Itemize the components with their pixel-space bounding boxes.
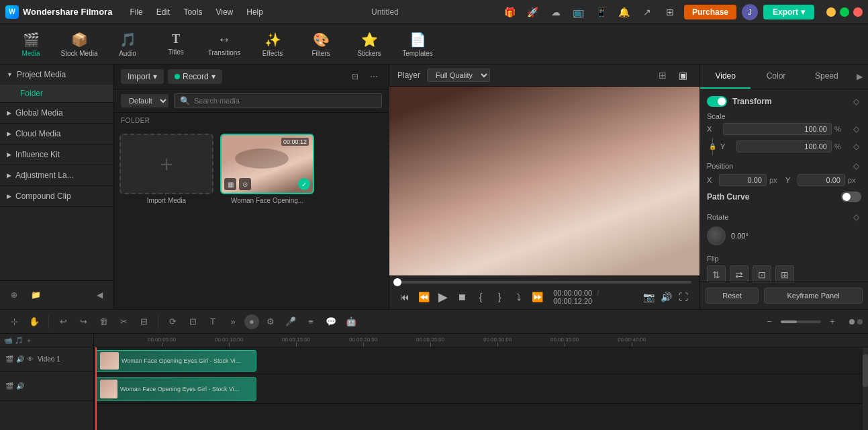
audio-icon[interactable]: 🔊 — [658, 289, 674, 305]
rotate-knob[interactable] — [707, 226, 726, 245]
keyframe-panel-button[interactable]: Keyframe Panel — [764, 288, 863, 304]
step-forward-icon[interactable]: ⏩ — [530, 289, 545, 305]
global-media-header[interactable]: ▶ Global Media — [0, 103, 113, 123]
vertical-scrollbar[interactable] — [863, 347, 868, 430]
folder-add-icon[interactable]: 📁 — [27, 286, 44, 304]
transform-keyframe-icon[interactable]: ◇ — [851, 96, 861, 107]
flip-vertical-icon[interactable]: ⇄ — [730, 265, 749, 282]
y-pos-input[interactable] — [798, 174, 845, 186]
play-icon[interactable]: ▶ — [436, 289, 450, 305]
screen-icon[interactable]: 📺 — [570, 3, 587, 21]
position-keyframe-icon[interactable]: ◇ — [851, 161, 861, 171]
tool-filters[interactable]: 🎨 Filters — [298, 27, 344, 62]
user-avatar[interactable]: J — [742, 4, 758, 20]
y-scale-input[interactable] — [736, 140, 832, 153]
mark-out-icon[interactable]: } — [492, 289, 507, 305]
filter-icon[interactable]: ⊟ — [347, 69, 363, 85]
cloud-icon[interactable]: ☁ — [547, 3, 565, 21]
tl-redo-icon[interactable]: ↪ — [75, 313, 92, 331]
tl-split-icon[interactable]: ⊟ — [135, 313, 152, 331]
purchase-button[interactable]: Purchase — [684, 5, 736, 19]
menu-file[interactable]: File — [124, 5, 148, 19]
mark-in-icon[interactable]: { — [473, 289, 488, 305]
tool-audio[interactable]: 🎵 Audio — [105, 27, 150, 62]
skip-back-icon[interactable]: ⏮ — [397, 289, 412, 305]
cloud-media-header[interactable]: ▶ Cloud Media — [0, 124, 113, 144]
tl-text-icon[interactable]: T — [204, 313, 222, 331]
export-button[interactable]: Export ▾ — [763, 5, 814, 19]
full-view-icon[interactable]: ▣ — [675, 69, 691, 82]
add-panel-icon[interactable]: ⊕ — [5, 286, 23, 304]
import-media-thumb[interactable]: ＋ Import Media — [119, 134, 213, 304]
tl-cut-icon[interactable]: ✂ — [115, 313, 132, 331]
more-options-icon[interactable]: ⋯ — [366, 69, 382, 85]
snapshot-icon[interactable]: 📷 — [640, 289, 657, 305]
menu-edit[interactable]: Edit — [151, 5, 176, 19]
sort-select[interactable]: Default — [121, 94, 168, 108]
search-input[interactable] — [194, 97, 376, 105]
flip-option4-icon[interactable]: ⊞ — [775, 265, 794, 282]
tl-audio-icon[interactable]: 🎤 — [282, 313, 299, 331]
x-scale-keyframe-icon[interactable]: ◇ — [851, 124, 861, 134]
rotate-keyframe-icon[interactable]: ◇ — [851, 212, 861, 222]
zoom-in-icon[interactable]: + — [824, 313, 841, 331]
tabs-arrow-icon[interactable]: ▶ — [852, 64, 868, 89]
tl-subtitle-icon[interactable]: 💬 — [322, 313, 340, 331]
clip-2[interactable]: Woman Face Opening Eyes Girl - Stock Vi.… — [95, 377, 256, 401]
tab-speed[interactable]: Speed — [802, 64, 852, 89]
video-clip-thumb[interactable]: 00:00:12 ▦ ⊙ ✓ Woman Face Opening... — [220, 134, 314, 304]
add-track-icon[interactable]: 📹 — [4, 337, 12, 344]
tab-video[interactable]: Video — [700, 64, 751, 89]
step-back-icon[interactable]: ⏪ — [416, 289, 431, 305]
tl-speed-icon[interactable]: ⟳ — [164, 313, 181, 331]
share-icon[interactable]: ↗ — [638, 3, 656, 21]
flip-horizontal-icon[interactable]: ⇅ — [707, 265, 726, 282]
menu-view[interactable]: View — [210, 5, 238, 19]
zoom-dot2[interactable] — [857, 319, 863, 325]
progress-bar[interactable] — [397, 281, 691, 284]
add-audio-icon[interactable]: 🎵 — [15, 337, 23, 344]
tl-delete-icon[interactable]: 🗑 — [95, 313, 112, 331]
x-scale-input[interactable] — [723, 123, 832, 135]
y-scale-keyframe-icon[interactable]: ◇ — [851, 141, 861, 152]
tab-color[interactable]: Color — [751, 64, 801, 89]
stop-icon[interactable]: ⏹ — [454, 289, 469, 305]
tl-auto-icon[interactable]: ≡ — [302, 313, 320, 331]
project-media-header[interactable]: ▼ Project Media — [0, 64, 113, 85]
grid-icon[interactable]: ⊞ — [661, 3, 679, 21]
menu-tools[interactable]: Tools — [178, 5, 207, 19]
tl-snap-icon[interactable]: ● — [244, 314, 259, 329]
tl-hand-icon[interactable]: ✋ — [26, 313, 43, 331]
close-button[interactable]: ✕ — [853, 7, 863, 17]
notification-icon[interactable]: 🔔 — [616, 3, 633, 21]
tool-stickers[interactable]: ⭐ Stickers — [346, 27, 392, 62]
phone-icon[interactable]: 📱 — [593, 3, 610, 21]
zoom-slider[interactable] — [781, 320, 821, 323]
flip-option3-icon[interactable]: ⊡ — [753, 265, 771, 282]
track-eye-icon[interactable]: 👁 — [27, 355, 34, 363]
tl-crop-icon[interactable]: ⊡ — [184, 313, 201, 331]
menu-help[interactable]: Help — [241, 5, 269, 19]
compound-clip-header[interactable]: ▶ Compound Clip — [0, 186, 113, 206]
minimize-button[interactable]: − — [826, 7, 836, 17]
influence-kit-header[interactable]: ▶ Influence Kit — [0, 144, 113, 165]
x-pos-input[interactable] — [719, 174, 767, 186]
path-curve-toggle[interactable] — [841, 191, 861, 202]
tool-media[interactable]: 🎬 Media — [8, 27, 54, 62]
rocket-icon[interactable]: 🚀 — [524, 3, 542, 21]
tl-select-icon[interactable]: ⊹ — [5, 313, 23, 331]
tool-transitions[interactable]: ↔ Transitions — [201, 27, 247, 62]
tool-templates[interactable]: 📄 Templates — [395, 27, 440, 62]
fullscreen-icon[interactable]: ⛶ — [675, 289, 691, 305]
folder-item[interactable]: Folder — [0, 85, 113, 102]
transform-toggle[interactable] — [707, 96, 727, 107]
gift-icon[interactable]: 🎁 — [501, 3, 519, 21]
tl-undo-icon[interactable]: ↩ — [54, 313, 72, 331]
tool-titles[interactable]: T Titles — [153, 27, 199, 62]
tl-settings-icon[interactable]: ⚙ — [262, 313, 279, 331]
collapse-panel-icon[interactable]: ◀ — [91, 286, 108, 304]
reset-button[interactable]: Reset — [706, 288, 759, 304]
grid-view-icon[interactable]: ⊞ — [655, 69, 671, 82]
add-to-timeline-icon[interactable]: ⤵ — [512, 289, 526, 305]
quality-select[interactable]: Full Quality — [427, 69, 490, 82]
